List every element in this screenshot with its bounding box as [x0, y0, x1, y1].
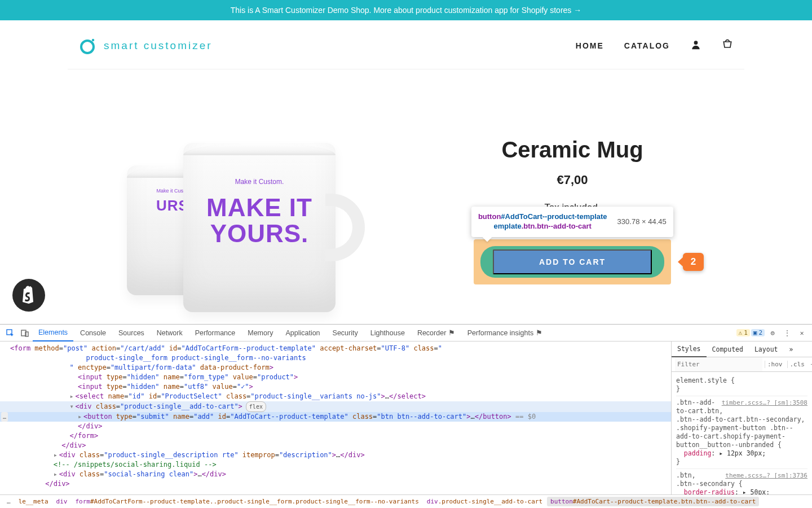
dom-line: </div> — [0, 479, 671, 489]
tab-perf-insights[interactable]: Performance insights ⚑ — [462, 325, 548, 341]
hov-toggle[interactable]: :hov — [765, 361, 785, 368]
crumb-item[interactable]: form#AddToCartForm--product-template..pr… — [72, 497, 422, 506]
account-icon[interactable] — [690, 39, 701, 52]
dom-line: " enctype="multipart/form-data" data-pro… — [0, 363, 671, 373]
dom-line-selected: … ▸<button type="submit" name="add" id="… — [0, 412, 671, 422]
dom-line: product-single__form product-single__for… — [0, 353, 671, 363]
inspector-dimensions: 330.78 × 44.45 — [617, 217, 667, 226]
mug-headline: MAKE ITYOURS. — [183, 195, 336, 247]
rule-close: } — [676, 385, 807, 393]
nav-home[interactable]: HOME — [576, 41, 604, 50]
site-header: smart customizer HOME CATALOG — [68, 20, 744, 69]
mug-caption: Make it Custom. — [183, 178, 336, 186]
inspector-selector: button#AddToCart--product-templateemplat… — [478, 212, 607, 231]
promo-banner-text: This is A Smart Customizer Demo Shop. Mo… — [231, 6, 582, 15]
promo-banner[interactable]: This is A Smart Customizer Demo Shop. Mo… — [0, 0, 812, 20]
mug-front: Make it Custom. MAKE ITYOURS. — [183, 143, 336, 312]
main-nav: HOME CATALOG — [576, 39, 733, 52]
styles-filter-input[interactable] — [675, 357, 762, 371]
close-icon[interactable]: ✕ — [795, 326, 809, 340]
product-details: Ceramic Mug €7,00 Tax included. button#A… — [412, 98, 733, 284]
crumb-item-selected[interactable]: button#AddToCart--product-template.btn.b… — [547, 497, 759, 506]
logo[interactable]: smart customizer — [79, 37, 213, 54]
logo-text: smart customizer — [104, 40, 213, 52]
tab-styles[interactable]: Styles — [672, 342, 707, 357]
more-tabs-icon[interactable]: » — [783, 341, 798, 357]
crumb-item[interactable]: div.product-single__add-to-cart — [423, 497, 546, 506]
dom-breadcrumb[interactable]: … le__meta div form#AddToCartForm--produ… — [0, 494, 812, 508]
svg-point-2 — [694, 41, 698, 45]
shopify-fab-icon[interactable] — [12, 279, 45, 312]
inspect-element-icon[interactable] — [3, 326, 17, 340]
dom-line: <input type="hidden" name="form_type" va… — [0, 373, 671, 382]
issues-badge[interactable]: ▣ 2 — [751, 329, 765, 336]
devtools-panel: Elements Console Sources Network Perform… — [0, 324, 812, 508]
tab-security[interactable]: Security — [327, 325, 364, 341]
tab-console[interactable]: Console — [74, 325, 112, 341]
warnings-badge[interactable]: ⚠ 1 — [736, 329, 750, 336]
dom-tree[interactable]: <form method="post" action="/cart/add" i… — [0, 341, 671, 494]
tab-network[interactable]: Network — [151, 325, 188, 341]
inspector-tooltip: button#AddToCart--product-templateemplat… — [471, 207, 673, 237]
product-section: Make it Custom. URS. Make it Custom. MAK… — [68, 69, 744, 312]
dom-line: ▾<div class="product-single__add-to-cart… — [0, 401, 671, 412]
product-price: €7,00 — [412, 173, 733, 187]
logo-mark-icon — [79, 37, 96, 54]
tab-recorder[interactable]: Recorder ⚑ — [412, 325, 461, 341]
tab-sources[interactable]: Sources — [113, 325, 150, 341]
dom-line: </div> — [0, 422, 671, 431]
add-to-cart-inspect-overlay: button#AddToCart--product-templateemplat… — [474, 239, 671, 284]
tab-performance[interactable]: Performance — [189, 325, 241, 341]
sidebar-tabs: Styles Computed Layout » — [672, 341, 812, 357]
cart-icon[interactable] — [722, 39, 733, 52]
tab-application[interactable]: Application — [280, 325, 325, 341]
styles-sidebar: Styles Computed Layout » :hov .cls ＋ ⧉ ▣… — [671, 341, 812, 494]
device-toolbar-icon[interactable] — [18, 326, 32, 340]
crumb-item[interactable]: div — [53, 497, 71, 506]
annotation-badge: 2 — [683, 253, 704, 271]
dom-line: ▸<div class="social-sharing clean">…</di… — [0, 470, 671, 479]
new-rule-icon[interactable]: ＋ — [809, 360, 812, 369]
flex-pill[interactable]: flex — [246, 401, 266, 412]
svg-point-0 — [81, 41, 94, 53]
crumb-overflow[interactable]: … — [3, 497, 14, 506]
tab-elements[interactable]: Elements — [33, 325, 73, 341]
styles-filter-row: :hov .cls ＋ ⧉ ▣ — [672, 357, 812, 372]
product-image: Make it Custom. URS. Make it Custom. MAK… — [79, 98, 400, 312]
dom-line: <form method="post" action="/cart/add" i… — [0, 344, 671, 353]
dom-line: <!-- /snippets/social-sharing.liquid --> — [0, 460, 671, 470]
tab-computed[interactable]: Computed — [707, 341, 749, 357]
overflow-dots[interactable]: … — [1, 412, 8, 422]
add-to-cart-button[interactable]: ADD TO CART — [493, 249, 652, 274]
rule-source[interactable]: timber.scss…? [sm]:3508 — [722, 398, 807, 407]
dom-line: </form> — [0, 431, 671, 441]
devtools-tab-bar: Elements Console Sources Network Perform… — [0, 325, 812, 341]
product-title: Ceramic Mug — [412, 137, 733, 163]
svg-point-1 — [92, 39, 94, 41]
dom-line: <input type="hidden" name="utf8" value="… — [0, 382, 671, 392]
cls-toggle[interactable]: .cls — [787, 361, 807, 368]
rule-selector: element.style { — [676, 376, 807, 385]
kebab-icon[interactable]: ⋮ — [780, 326, 794, 340]
tab-memory[interactable]: Memory — [242, 325, 279, 341]
tab-layout[interactable]: Layout — [749, 341, 784, 357]
nav-catalog[interactable]: CATALOG — [624, 41, 670, 50]
tab-lighthouse[interactable]: Lighthouse — [365, 325, 411, 341]
crumb-item[interactable]: le__meta — [15, 497, 52, 506]
dom-line: </div> — [0, 441, 671, 450]
dom-line: ▸<select name="id" id="ProductSelect" cl… — [0, 392, 671, 401]
dom-line: ▸<div class="product-single__description… — [0, 450, 671, 460]
mug-handle — [325, 194, 365, 261]
styles-rules[interactable]: element.style { } timber.scss…? [sm]:350… — [672, 372, 812, 494]
gear-icon[interactable]: ⚙ — [766, 326, 779, 340]
rule-source[interactable]: theme.scss…? [sm]:3736 — [725, 471, 807, 480]
